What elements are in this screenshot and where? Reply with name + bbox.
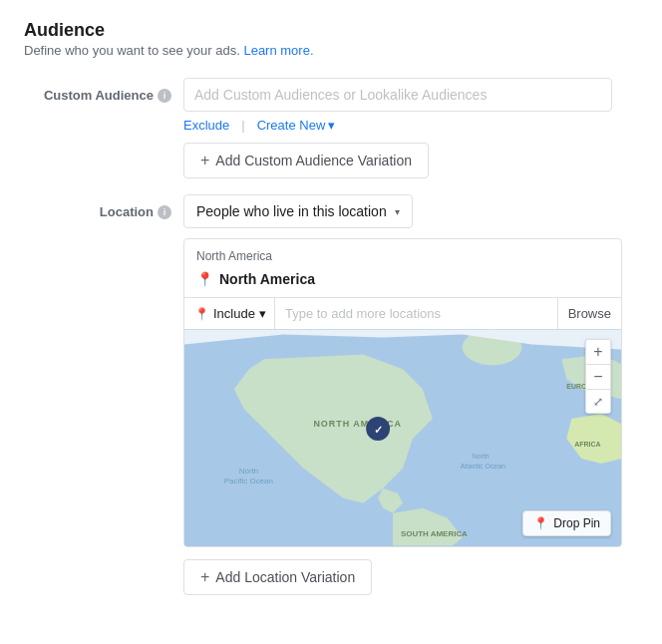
custom-audience-input[interactable] bbox=[183, 78, 612, 112]
page-container: Audience Define who you want to see your… bbox=[0, 0, 662, 631]
map-zoom-controls: + − ⤢ bbox=[585, 339, 611, 414]
location-label: Location i bbox=[24, 194, 183, 219]
svg-text:SOUTH AMERICA: SOUTH AMERICA bbox=[401, 529, 468, 538]
browse-button[interactable]: Browse bbox=[557, 298, 621, 329]
include-dropdown[interactable]: 📍 Include ▾ bbox=[184, 298, 275, 329]
svg-text:✓: ✓ bbox=[374, 424, 383, 436]
page-title-section: Audience Define who you want to see your… bbox=[24, 20, 638, 58]
custom-audience-info-icon[interactable]: i bbox=[158, 89, 171, 103]
plus-icon-location: + bbox=[200, 568, 209, 586]
exclude-button[interactable]: Exclude bbox=[183, 118, 229, 133]
svg-text:Pacific Ocean: Pacific Ocean bbox=[224, 477, 273, 485]
custom-audience-link-row: Exclude | Create New ▾ bbox=[183, 118, 638, 133]
zoom-in-button[interactable]: + bbox=[586, 340, 610, 364]
include-arrow-icon: ▾ bbox=[259, 306, 266, 321]
location-pin-icon: 📍 bbox=[196, 271, 213, 287]
zoom-out-button[interactable]: − bbox=[586, 365, 610, 389]
add-location-variation-button[interactable]: + Add Location Variation bbox=[183, 559, 372, 595]
svg-text:North: North bbox=[239, 467, 258, 476]
create-new-button[interactable]: Create New ▾ bbox=[257, 118, 336, 133]
location-dropdown-arrow-icon: ▾ bbox=[395, 206, 400, 217]
add-custom-audience-variation-button[interactable]: + Add Custom Audience Variation bbox=[183, 143, 429, 178]
include-pin-icon: 📍 bbox=[194, 307, 209, 321]
location-search-input[interactable] bbox=[275, 298, 557, 329]
add-location-row: + Add Location Variation bbox=[183, 559, 638, 595]
drop-pin-icon: 📍 bbox=[533, 516, 548, 530]
drop-pin-button[interactable]: 📍 Drop Pin bbox=[522, 510, 611, 536]
audience-section: Custom Audience i Exclude | Create New ▾… bbox=[24, 78, 638, 595]
location-region-header: North America bbox=[184, 239, 621, 267]
svg-text:Atlantic Ocean: Atlantic Ocean bbox=[461, 463, 505, 470]
page-subtitle: Define who you want to see your ads. Lea… bbox=[24, 43, 638, 58]
svg-text:AFRICA: AFRICA bbox=[574, 441, 600, 448]
learn-more-link[interactable]: Learn more. bbox=[243, 43, 313, 58]
location-selected-item: 📍 North America bbox=[184, 267, 621, 297]
custom-audience-label: Custom Audience i bbox=[24, 78, 183, 103]
custom-audience-row: Custom Audience i Exclude | Create New ▾… bbox=[24, 78, 638, 178]
plus-icon: + bbox=[200, 152, 209, 169]
location-type-dropdown[interactable]: People who live in this location ▾ bbox=[183, 194, 413, 228]
svg-text:North: North bbox=[473, 453, 490, 460]
location-info-icon[interactable]: i bbox=[158, 205, 171, 219]
location-box: North America 📍 North America 📍 Include … bbox=[183, 238, 622, 547]
location-content: People who live in this location ▾ North… bbox=[183, 194, 638, 595]
zoom-expand-button[interactable]: ⤢ bbox=[586, 389, 610, 413]
location-search-row: 📍 Include ▾ Browse bbox=[184, 297, 621, 329]
custom-audience-content: Exclude | Create New ▾ + Add Custom Audi… bbox=[183, 78, 638, 178]
location-row: Location i People who live in this locat… bbox=[24, 194, 638, 595]
map-container: North Pacific Ocean North Atlantic Ocean… bbox=[184, 329, 621, 546]
page-title: Audience bbox=[24, 20, 638, 41]
create-new-arrow-icon: ▾ bbox=[328, 118, 335, 133]
